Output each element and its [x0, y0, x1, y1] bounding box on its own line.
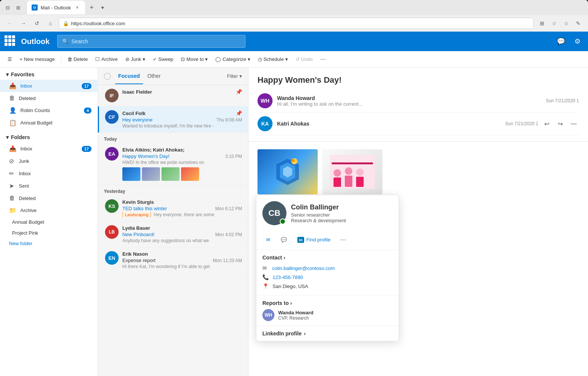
refresh-btn[interactable]: ↺ — [32, 18, 42, 29]
filter-btn[interactable]: Filter ▾ — [227, 73, 242, 79]
find-profile-label: Find profile — [306, 237, 331, 243]
outlook-topbar: Outlook 🔍 Search 💬 ⚙ — [0, 32, 588, 51]
forward-email-btn[interactable]: — — [568, 118, 579, 129]
list-item[interactable]: EA Elvia Atkins; Katri Ahokas; Happy Wom… — [98, 143, 248, 185]
chat-person-btn[interactable]: 💬 — [277, 235, 291, 245]
archive-btn[interactable]: ☐ Archive — [92, 53, 120, 65]
contact-location-row: 📍 San Diego, USA — [262, 282, 393, 291]
sidebar-item-inbox2[interactable]: ✏ Inbox — [0, 167, 97, 180]
new-message-btn[interactable]: + New message — [17, 53, 58, 65]
schedule-label: Schedule ▾ — [264, 56, 288, 62]
inbox2-label: Inbox — [19, 171, 91, 176]
new-folder-link[interactable]: New folder — [0, 238, 97, 249]
active-tab[interactable]: O Mail - Outlook × — [27, 1, 85, 14]
sidebar-item-archive[interactable]: 📁 Archive — [0, 204, 97, 217]
folders-group-header[interactable]: ▾ Folders — [0, 132, 97, 143]
sidebar-item-folders-inbox[interactable]: 📥 Inbox 17 — [0, 143, 97, 155]
junk-btn[interactable]: ⊘ Junk ▾ — [122, 53, 148, 65]
manager-title: CVP, Research — [278, 315, 313, 321]
tab-favicon: O — [32, 5, 38, 11]
reply-btn[interactable]: ↩ — [541, 118, 552, 129]
delete-label: Delete — [74, 56, 88, 62]
notes-btn[interactable]: ✎ — [573, 18, 583, 29]
hamburger-menu-btn[interactable]: ☰ — [5, 53, 15, 65]
sidebar-item-inbox[interactable]: 📥 Inbox 17 — [0, 80, 97, 92]
move-to-btn[interactable]: ⊡ Move to ▾ — [178, 53, 211, 65]
tab-close-btn[interactable]: × — [74, 4, 81, 11]
send-email-btn[interactable]: ✉ — [262, 235, 274, 245]
message-content: Elvia Atkins; Katri Ahokas; Happy Women'… — [122, 147, 242, 181]
sidebar-item-annual-budget[interactable]: 📋 Annual Budget — [0, 117, 97, 129]
other-tab[interactable]: Other — [145, 68, 164, 84]
search-box[interactable]: 🔍 Search — [57, 35, 245, 48]
reply-all-btn[interactable]: ↪ — [555, 118, 565, 129]
search-placeholder: Search — [72, 38, 88, 44]
list-item[interactable]: KS Kevin Sturgis TED talks this winter M… — [98, 196, 248, 221]
contact-section-header[interactable]: Contact › — [262, 255, 393, 261]
archive2-icon: 📁 — [9, 207, 17, 214]
message-time: 3:10 PM — [225, 154, 242, 159]
svg-point-9 — [345, 167, 352, 175]
sidebar-item-junk[interactable]: ⊘ Junk — [0, 155, 97, 167]
sweep-btn[interactable]: ✓ Sweep — [150, 53, 177, 65]
contact-icon: 👤 — [9, 107, 17, 114]
sidebar-item-project-pink[interactable]: Project Pink — [0, 227, 97, 238]
address-bar[interactable]: 🔒 https://outlook.office.com — [59, 18, 534, 29]
manager-name: Wanda Howard — [278, 310, 313, 315]
home-btn[interactable]: ⌂ — [45, 18, 56, 29]
list-item[interactable]: EN Erik Nason Expense report Mon 11:20 A… — [98, 247, 248, 273]
message-subject: Happy Women's Day! — [122, 153, 169, 159]
person-more-btn[interactable]: ··· — [337, 234, 349, 245]
sender-row-1[interactable]: WH Wanda Howard Hi all, I'm writing to a… — [257, 89, 579, 112]
list-item[interactable]: IF Isaac Fielder 📌 — [98, 85, 248, 106]
contact-chevron-icon: › — [283, 255, 285, 261]
list-item[interactable]: LB Lydia Bauer New Pinboard! Mon 4:02 PM… — [98, 221, 248, 247]
linkedin-btn[interactable]: in Find profile — [294, 235, 334, 245]
deleted2-label: Deleted — [19, 196, 91, 201]
hamburger-icon: ☰ — [8, 56, 12, 62]
message-content: Lydia Bauer New Pinboard! Mon 4:02 PM An… — [122, 225, 242, 243]
message-sender: Lydia Bauer — [122, 225, 150, 231]
project-pink-label: Project Pink — [12, 230, 91, 236]
more-options-btn[interactable]: ··· — [317, 54, 329, 65]
chat-btn[interactable]: 💬 — [555, 35, 567, 47]
browser-window: ⊟ ⊞ O Mail - Outlook × + ▾ ← → ↺ ⌂ 🔒 htt… — [0, 0, 588, 376]
sidebar-item-robin-counts[interactable]: 👤 Robin Counts 4 — [0, 104, 97, 117]
pin-icon: 📌 — [236, 110, 242, 116]
linkedin-section[interactable]: LinkedIn profile › — [256, 326, 399, 341]
svg-rect-6 — [334, 177, 341, 187]
sidebar-item-sent[interactable]: ➤ Sent — [0, 180, 97, 192]
svg-point-7 — [334, 169, 341, 177]
forward-btn[interactable]: → — [18, 18, 29, 29]
person-dept: Research & development — [291, 218, 346, 223]
collections-btn[interactable]: ☆ — [561, 18, 571, 29]
thumbnail — [142, 167, 160, 181]
reader-view-btn[interactable]: ⊞ — [537, 18, 547, 29]
sidebar-item-annual-budget2[interactable]: Annual Budget — [0, 217, 97, 227]
sidebar-item-deleted[interactable]: 🗑 Deleted — [0, 92, 97, 104]
sender-row-2[interactable]: KA Katri Ahokas Sun 7/21/2020 1 ↩ ↪ — — [257, 112, 579, 135]
list-item[interactable]: CF Cecil Folk 📌 Hey everyone Thu 8:08 AM… — [98, 106, 248, 133]
favorite-btn[interactable]: ☆ — [549, 18, 559, 29]
settings-btn[interactable]: ⚙ — [571, 35, 583, 47]
favorites-group-header[interactable]: ▾ Favorites — [0, 69, 97, 80]
schedule-btn[interactable]: ◷ Schedule ▾ — [255, 53, 291, 65]
email-contact-icon: ✉ — [262, 265, 268, 271]
waffle-icon[interactable] — [5, 35, 17, 47]
sidebar-item-deleted2[interactable]: 🗑 Deleted — [0, 192, 97, 204]
new-tab-btn[interactable]: + — [87, 4, 97, 12]
tab-dropdown-btn[interactable]: ▾ — [98, 5, 107, 11]
annual-budget-label: Annual Budget — [20, 120, 91, 126]
back-btn[interactable]: ← — [5, 18, 15, 29]
message-subject: TED talks this winter — [122, 206, 167, 211]
sidebar-toggle-btn[interactable]: ⊟ — [3, 3, 12, 12]
deleted2-icon: 🗑 — [9, 195, 15, 202]
select-all-checkbox[interactable] — [104, 73, 111, 80]
categorize-btn[interactable]: ◯ Categorize ▾ — [212, 53, 253, 65]
reports-to-header[interactable]: Reports to › — [262, 300, 393, 306]
focused-tab[interactable]: Focused — [115, 68, 143, 84]
tab-manage-btn[interactable]: ⊞ — [14, 3, 23, 12]
reports-chevron-icon: › — [290, 300, 292, 306]
undo-btn[interactable]: ↺ Undo — [292, 53, 316, 65]
delete-btn[interactable]: 🗑 Delete — [64, 53, 91, 65]
